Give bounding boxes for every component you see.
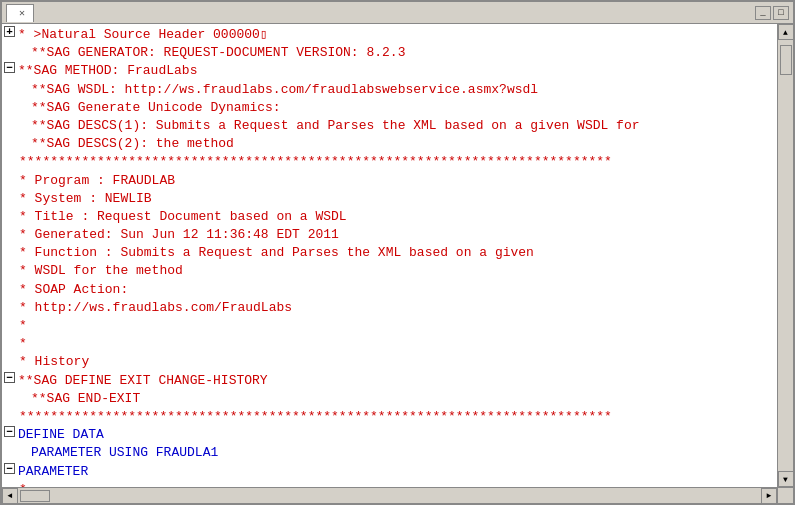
scroll-track[interactable]	[779, 40, 793, 471]
code-line: * Title : Request Document based on a WS…	[2, 208, 777, 226]
code-text: ****************************************…	[19, 408, 612, 426]
h-scroll-thumb[interactable]	[20, 490, 50, 502]
code-text: * WSDL for the method	[19, 262, 183, 280]
code-line: −PARAMETER	[2, 463, 777, 481]
scroll-up-button[interactable]: ▲	[778, 24, 794, 40]
code-line: * Function : Submits a Request and Parse…	[2, 244, 777, 262]
scroll-thumb[interactable]	[780, 45, 792, 75]
code-line: * WSDL for the method	[2, 262, 777, 280]
no-toggle	[4, 117, 19, 135]
window-controls: _ □	[755, 6, 789, 20]
code-line: * http://ws.fraudlabs.com/FraudLabs	[2, 299, 777, 317]
no-toggle	[4, 190, 19, 208]
scroll-left-button[interactable]: ◄	[2, 488, 18, 504]
code-text: ****************************************…	[19, 153, 612, 171]
no-toggle	[4, 244, 19, 262]
no-toggle	[4, 44, 19, 62]
code-line: **SAG END-EXIT	[2, 390, 777, 408]
no-toggle	[4, 444, 19, 462]
code-text: * History	[19, 353, 89, 371]
no-toggle	[4, 408, 19, 426]
no-toggle	[4, 226, 19, 244]
code-line: *	[2, 335, 777, 353]
no-toggle	[4, 135, 19, 153]
code-line: **SAG GENERATOR: REQUEST-DOCUMENT VERSIO…	[2, 44, 777, 62]
no-toggle	[4, 281, 19, 299]
code-line: * System : NEWLIB	[2, 190, 777, 208]
editor-tab[interactable]: ✕	[6, 4, 34, 22]
code-line: ****************************************…	[2, 153, 777, 171]
code-text: PARAMETER USING FRAUDLA1	[19, 444, 218, 462]
horizontal-scrollbar[interactable]: ◄ ►	[2, 487, 777, 503]
code-line: **SAG DESCS(2): the method	[2, 135, 777, 153]
code-line: * Generated: Sun Jun 12 11:36:48 EDT 201…	[2, 226, 777, 244]
horizontal-scrollbar-area: ◄ ►	[2, 487, 793, 503]
code-line: **SAG WSDL: http://ws.fraudlabs.com/frau…	[2, 81, 777, 99]
code-line: −**SAG DEFINE EXIT CHANGE-HISTORY	[2, 372, 777, 390]
collapse-toggle[interactable]: −	[4, 426, 15, 437]
code-line: ****************************************…	[2, 408, 777, 426]
expand-toggle[interactable]: +	[4, 26, 15, 37]
code-text: *	[19, 335, 27, 353]
no-toggle	[4, 317, 19, 335]
no-toggle	[4, 153, 19, 171]
scroll-corner	[777, 487, 793, 503]
code-text: * >Natural Source Header 000000▯	[18, 26, 268, 44]
code-line: *	[2, 317, 777, 335]
no-toggle	[4, 390, 19, 408]
no-toggle	[4, 335, 19, 353]
minimize-button[interactable]: _	[755, 6, 771, 20]
no-toggle	[4, 99, 19, 117]
code-line: * History	[2, 353, 777, 371]
collapse-toggle[interactable]: −	[4, 62, 15, 73]
code-text: **SAG DEFINE EXIT CHANGE-HISTORY	[18, 372, 268, 390]
code-line: −DEFINE DATA	[2, 426, 777, 444]
code-line: −**SAG METHOD: FraudLabs	[2, 62, 777, 80]
code-text: * http://ws.fraudlabs.com/FraudLabs	[19, 299, 292, 317]
code-line: * SOAP Action:	[2, 281, 777, 299]
code-text: * Program : FRAUDLAB	[19, 172, 175, 190]
code-text: **SAG METHOD: FraudLabs	[18, 62, 197, 80]
code-text: **SAG DESCS(1): Submits a Request and Pa…	[19, 117, 640, 135]
code-text: **SAG WSDL: http://ws.fraudlabs.com/frau…	[19, 81, 538, 99]
code-text: PARAMETER	[18, 463, 88, 481]
h-scroll-track[interactable]	[18, 489, 761, 503]
code-text: *	[19, 317, 27, 335]
code-line: **SAG Generate Unicode Dynamics:	[2, 99, 777, 117]
no-toggle	[4, 172, 19, 190]
no-toggle	[4, 262, 19, 280]
code-text: **SAG Generate Unicode Dynamics:	[19, 99, 281, 117]
no-toggle	[4, 299, 19, 317]
code-text: * System : NEWLIB	[19, 190, 152, 208]
title-bar: ✕ _ □	[2, 2, 793, 24]
maximize-button[interactable]: □	[773, 6, 789, 20]
code-text: **SAG DESCS(2): the method	[19, 135, 234, 153]
tab-close-icon[interactable]: ✕	[19, 7, 25, 19]
scroll-down-button[interactable]: ▼	[778, 471, 794, 487]
code-text: DEFINE DATA	[18, 426, 104, 444]
code-container[interactable]: +* >Natural Source Header 000000▯ **SAG …	[2, 24, 777, 487]
code-line: PARAMETER USING FRAUDLA1	[2, 444, 777, 462]
editor-area: +* >Natural Source Header 000000▯ **SAG …	[2, 24, 793, 487]
no-toggle	[4, 208, 19, 226]
code-text: * Function : Submits a Request and Parse…	[19, 244, 534, 262]
vertical-scrollbar[interactable]: ▲ ▼	[777, 24, 793, 487]
code-text: * SOAP Action:	[19, 281, 128, 299]
main-window: ✕ _ □ +* >Natural Source Header 000000▯ …	[0, 0, 795, 505]
no-toggle	[4, 81, 19, 99]
no-toggle	[4, 353, 19, 371]
code-line: * Program : FRAUDLAB	[2, 172, 777, 190]
code-text: **SAG GENERATOR: REQUEST-DOCUMENT VERSIO…	[19, 44, 405, 62]
title-bar-left: ✕	[6, 4, 34, 22]
collapse-toggle[interactable]: −	[4, 463, 15, 474]
code-line: +* >Natural Source Header 000000▯	[2, 26, 777, 44]
code-line: **SAG DESCS(1): Submits a Request and Pa…	[2, 117, 777, 135]
collapse-toggle[interactable]: −	[4, 372, 15, 383]
code-text: * Generated: Sun Jun 12 11:36:48 EDT 201…	[19, 226, 339, 244]
scroll-right-button[interactable]: ►	[761, 488, 777, 504]
code-text: **SAG END-EXIT	[19, 390, 140, 408]
code-text: * Title : Request Document based on a WS…	[19, 208, 347, 226]
